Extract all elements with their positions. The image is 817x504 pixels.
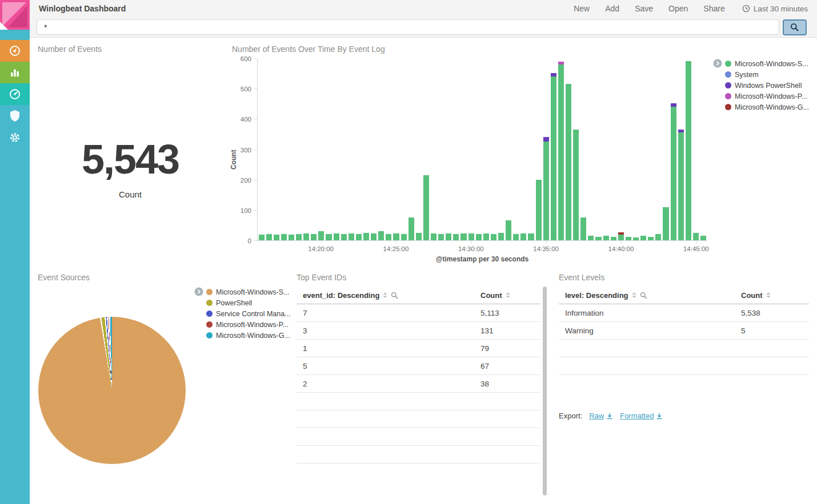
bar-segment[interactable] <box>468 233 474 240</box>
bar-segment[interactable] <box>371 233 377 240</box>
bar-segment[interactable] <box>573 130 579 240</box>
legend-item[interactable]: PowerShell <box>206 297 291 308</box>
legend-item[interactable]: Microsoft-Windows-P... <box>725 91 809 102</box>
bar-segment[interactable] <box>580 217 586 240</box>
table-row[interactable]: 179 <box>297 340 540 357</box>
legend-item[interactable]: Microsoft-Windows-S... <box>206 287 291 297</box>
bar-segment[interactable] <box>686 61 691 240</box>
search-input[interactable] <box>37 19 779 35</box>
bar-segment[interactable] <box>266 234 272 240</box>
export-formatted-link[interactable]: Formatted <box>620 412 663 420</box>
bar-segment[interactable] <box>431 233 436 240</box>
legend-item[interactable]: System <box>725 69 809 80</box>
table-row[interactable]: 567 <box>297 357 540 375</box>
bar-segment[interactable] <box>693 233 699 240</box>
kibana-logo[interactable] <box>0 0 30 30</box>
bar-segment[interactable] <box>318 231 324 240</box>
bar-segment[interactable] <box>611 237 616 240</box>
table-row[interactable]: Information5,538 <box>559 304 809 322</box>
bar-segment[interactable] <box>498 233 504 240</box>
bar-segment[interactable] <box>341 234 347 240</box>
bar-segment[interactable] <box>356 234 362 240</box>
menu-item-share[interactable]: Share <box>703 4 724 13</box>
bar-segment[interactable] <box>281 234 287 240</box>
table-row[interactable]: 238 <box>297 375 540 393</box>
bar-segment[interactable] <box>595 237 601 240</box>
bar-segment[interactable] <box>378 231 384 240</box>
export-raw-link[interactable]: Raw <box>589 412 613 420</box>
bar-segment[interactable] <box>640 236 646 240</box>
sidebar-item-dashboard[interactable] <box>0 83 30 105</box>
bar-segment[interactable] <box>663 207 668 241</box>
bar-segment[interactable] <box>520 233 526 240</box>
bar-segment[interactable] <box>438 234 444 240</box>
bar-segment[interactable] <box>543 137 549 142</box>
sort-icon[interactable] <box>632 292 636 298</box>
bar-segment[interactable] <box>409 217 414 240</box>
sidebar-item-management[interactable] <box>0 127 30 148</box>
bar-segment[interactable] <box>678 132 684 240</box>
bar-segment[interactable] <box>633 237 639 240</box>
bar-segment[interactable] <box>446 233 451 240</box>
column-header[interactable]: event_id: Descending <box>297 291 480 300</box>
column-header[interactable]: Count <box>741 291 809 300</box>
table-row[interactable]: 3131 <box>297 322 540 340</box>
bar-segment[interactable] <box>491 234 496 240</box>
bar-segment[interactable] <box>460 233 466 240</box>
bar-segment[interactable] <box>326 234 331 240</box>
bar-segment[interactable] <box>274 235 279 240</box>
time-filter[interactable]: Last 30 minutes <box>742 5 808 13</box>
bar-segment[interactable] <box>648 237 654 240</box>
bar-segment[interactable] <box>289 235 294 240</box>
menu-item-open[interactable]: Open <box>668 4 688 13</box>
sort-icon[interactable] <box>506 292 510 298</box>
bar-segment[interactable] <box>700 236 706 240</box>
bar-segment[interactable] <box>386 234 391 240</box>
bar-segment[interactable] <box>334 233 339 240</box>
bar-segment[interactable] <box>363 233 369 240</box>
legend-toggle-chevron-icon[interactable] <box>713 59 722 70</box>
table-scrollbar[interactable] <box>543 287 547 495</box>
table-row[interactable]: 75,113 <box>297 304 540 322</box>
bar-segment[interactable] <box>401 234 407 240</box>
bar-segment[interactable] <box>259 235 265 240</box>
search-submit-button[interactable] <box>783 19 807 35</box>
bar-segment[interactable] <box>551 76 556 240</box>
column-header[interactable]: Count <box>480 291 540 300</box>
bar-segment[interactable] <box>588 236 594 240</box>
legend-item[interactable]: Microsoft-Windows-P... <box>206 319 291 330</box>
legend-item[interactable]: Microsoft-Windows-G... <box>206 330 291 341</box>
column-header[interactable]: level: Descending <box>559 291 741 300</box>
sort-icon[interactable] <box>383 292 387 298</box>
bar-segment[interactable] <box>566 84 571 240</box>
sidebar-item-visualize[interactable] <box>0 62 30 83</box>
bar-segment[interactable] <box>303 233 309 240</box>
pie-chart[interactable] <box>38 317 186 464</box>
bar-segment[interactable] <box>393 233 399 240</box>
bar-segment[interactable] <box>528 233 534 240</box>
legend-item[interactable]: Windows PowerShell <box>725 80 809 91</box>
bar-segment[interactable] <box>618 235 624 240</box>
bar-segment[interactable] <box>536 180 542 240</box>
bar-segment[interactable] <box>543 142 549 240</box>
bar-segment[interactable] <box>349 233 354 240</box>
magnify-icon[interactable] <box>640 292 647 299</box>
menu-item-add[interactable]: Add <box>605 4 619 13</box>
bar-segment[interactable] <box>476 234 482 240</box>
bar-segment[interactable] <box>423 175 429 240</box>
legend-item[interactable]: Service Control Mana... <box>206 308 291 319</box>
bar-segment[interactable] <box>483 233 489 240</box>
menu-item-new[interactable]: New <box>574 4 590 13</box>
sidebar-item-dev-tools[interactable] <box>0 105 30 127</box>
legend-item[interactable]: Microsoft-Windows-S... <box>725 58 809 69</box>
table-row[interactable]: Warning5 <box>559 322 809 340</box>
bar-segment[interactable] <box>655 234 661 240</box>
bar-segment[interactable] <box>558 64 564 240</box>
bar-segment[interactable] <box>296 234 302 240</box>
bar-segment[interactable] <box>671 107 676 240</box>
sidebar-item-discover[interactable] <box>0 40 30 62</box>
sort-icon[interactable] <box>766 292 771 298</box>
bar-segment[interactable] <box>513 234 519 240</box>
magnify-icon[interactable] <box>391 292 398 299</box>
bar-segment[interactable] <box>416 233 422 240</box>
